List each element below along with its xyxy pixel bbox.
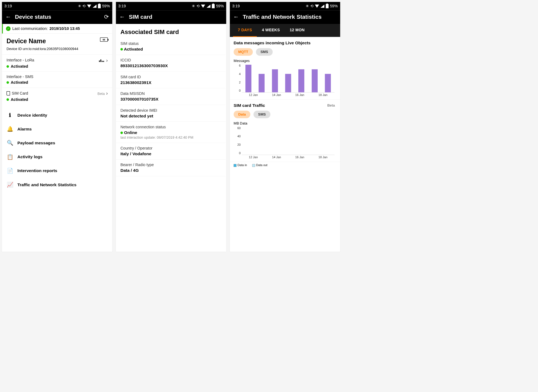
status-time: 3:19: [232, 4, 240, 8]
menu-icon: 📄: [7, 168, 13, 174]
panel-messages-title: Data messages incoming Live Objects: [234, 41, 311, 45]
device-battery-icon: 68: [100, 38, 108, 42]
signal-icon: [99, 60, 104, 62]
status-bar: 3:19 ✳ ⟲ 59%: [2, 2, 112, 10]
sim-row-value: Italy / Vodafone: [120, 151, 222, 156]
menu-item[interactable]: 📈Traffic and Network Statistics: [2, 178, 112, 191]
sim-row-value: 337000007010735X: [120, 97, 222, 102]
chip-mqtt[interactable]: MQTT: [234, 48, 253, 56]
sim-row-value: Data / 4G: [120, 168, 222, 173]
status-icons: ✳ ⟲ 59%: [306, 4, 338, 8]
last-communication-banner: ✓ Last communication: 2019/10/10 13:45: [2, 24, 112, 34]
sim-row: Country / OperatorItaly / Vodafone: [116, 143, 226, 159]
menu-item[interactable]: ℹDevice identity: [2, 108, 112, 122]
bar: [312, 69, 318, 92]
bluetooth-icon: ✳: [306, 4, 309, 8]
status-time: 3:19: [118, 4, 126, 8]
bluetooth-icon: ✳: [192, 4, 195, 8]
menu-label: Intervention reports: [17, 168, 57, 173]
time-range-tabs: 7 DAYS4 WEEKS12 MON: [230, 24, 340, 37]
status-dot-icon: [120, 48, 123, 51]
menu-item[interactable]: 📄Intervention reports: [2, 164, 112, 178]
content: ✓ Last communication: 2019/10/10 13:45 D…: [2, 24, 112, 252]
cell-signal-icon: [93, 5, 96, 8]
wifi-icon: [201, 5, 205, 8]
vibrate-icon: ⟲: [196, 4, 200, 8]
cell-signal-icon: [207, 5, 210, 8]
battery-icon: [212, 4, 215, 8]
back-icon[interactable]: ←: [119, 14, 125, 20]
sim-row-key: SIM status: [120, 41, 222, 46]
sim-row-value: Activated: [120, 46, 222, 51]
bar: [298, 69, 304, 92]
menu-icon: 🔍: [7, 140, 13, 146]
chart2-legend: Data in Data out: [230, 162, 340, 170]
menu-label: Activity logs: [17, 154, 42, 159]
screen-sim-card: 3:19 ✳ ⟲ 59% ← SIM card Associated SIM c…: [116, 2, 227, 252]
refresh-icon[interactable]: ⟳: [104, 14, 109, 20]
bluetooth-icon: ✳: [78, 4, 81, 8]
status-bar: 3:19 ✳ ⟲ 59%: [230, 2, 340, 10]
sim-heading-text: Associated SIM card: [120, 29, 222, 35]
sim-row: Network connection status Onlinelast int…: [116, 122, 226, 143]
last-comm-value: 2019/10/10 13:45: [49, 26, 80, 31]
check-icon: ✓: [6, 26, 11, 31]
chip-sms[interactable]: SMS: [256, 48, 273, 56]
content: Associated SIM card SIM status Activated…: [116, 24, 226, 252]
app-bar: ← Device status ⟳: [2, 10, 112, 24]
chip-sms[interactable]: SMS: [254, 111, 270, 118]
menu-label: Alarms: [17, 127, 32, 132]
battery-pct: 59%: [102, 4, 110, 8]
legend-data-in: Data in: [234, 164, 247, 167]
chart-messages: 6420 12 Jan14 Jan16 Jan18 Jan: [234, 64, 336, 98]
bar: [285, 74, 291, 92]
chip-data[interactable]: Data: [234, 111, 251, 118]
tab-4-weeks[interactable]: 4 WEEKS: [257, 24, 285, 37]
menu-label: Device identity: [17, 113, 47, 117]
panel-messages: Data messages incoming Live Objects MQTT…: [230, 37, 340, 99]
battery-icon: [98, 4, 101, 8]
interface-status: Activated: [7, 97, 108, 102]
status-dot-icon: [7, 65, 9, 68]
interface-label: Interface - LoRa: [7, 58, 34, 63]
interface-row[interactable]: SIM CardBeta›Activated: [2, 88, 112, 105]
sim-row-key: Detected device IMEI: [120, 108, 222, 113]
vibrate-icon: ⟲: [310, 4, 314, 8]
sim-row-value: 8933012136300703930X: [120, 63, 222, 68]
screen-device-status: 3:19 ✳ ⟲ 59% ← Device status ⟳ ✓ Last co…: [2, 2, 112, 252]
menu-item[interactable]: 🔍Payload messages: [2, 136, 112, 150]
sim-heading: Associated SIM card: [116, 24, 226, 38]
menu-icon: 📈: [7, 182, 13, 188]
wifi-icon: [315, 5, 319, 8]
interface-status: Activated: [7, 80, 108, 85]
interface-row: Interface - SMSActivated: [2, 71, 112, 88]
menu-icon: 🔔: [7, 126, 13, 132]
bar: [259, 74, 265, 92]
vibrate-icon: ⟲: [82, 4, 86, 8]
content: Data messages incoming Live Objects MQTT…: [230, 37, 340, 252]
sim-row-key: ICCID: [120, 58, 222, 63]
bar: [272, 69, 278, 92]
menu-item[interactable]: 📋Activity logs: [2, 150, 112, 164]
panel-sim-traffic: SIM card Traffic Beta DataSMS MB Data 60…: [230, 99, 340, 162]
sim-row-key: Bearer / Radio type: [120, 163, 222, 167]
menu-label: Traffic and Network Statistics: [17, 182, 76, 187]
sim-row: SIM status Activated: [116, 38, 226, 55]
menu-item[interactable]: 🔔Alarms: [2, 122, 112, 136]
sim-icon: [7, 91, 10, 96]
battery-pct: 59%: [216, 4, 224, 8]
sim-row-value: Not detected yet: [120, 113, 222, 118]
tab-7-days[interactable]: 7 DAYS: [233, 24, 257, 37]
last-comm-label: Last communication:: [12, 26, 48, 31]
status-dot-icon: [7, 81, 9, 84]
back-icon[interactable]: ←: [5, 14, 11, 20]
menu-label: Payload messages: [17, 141, 55, 145]
device-header: Device Name 68: [2, 34, 112, 47]
interface-row[interactable]: Interface - LoRa›Activated: [2, 55, 112, 72]
device-name: Device Name: [7, 38, 46, 45]
chart1-xaxis: 12 Jan14 Jan16 Jan18 Jan: [242, 93, 335, 98]
sim-row-value: 213638002391X: [120, 80, 222, 85]
chart2-xaxis: 12 Jan14 Jan16 Jan18 Jan: [242, 156, 335, 160]
tab-12-mon[interactable]: 12 MON: [285, 24, 309, 37]
back-icon[interactable]: ←: [233, 14, 239, 20]
